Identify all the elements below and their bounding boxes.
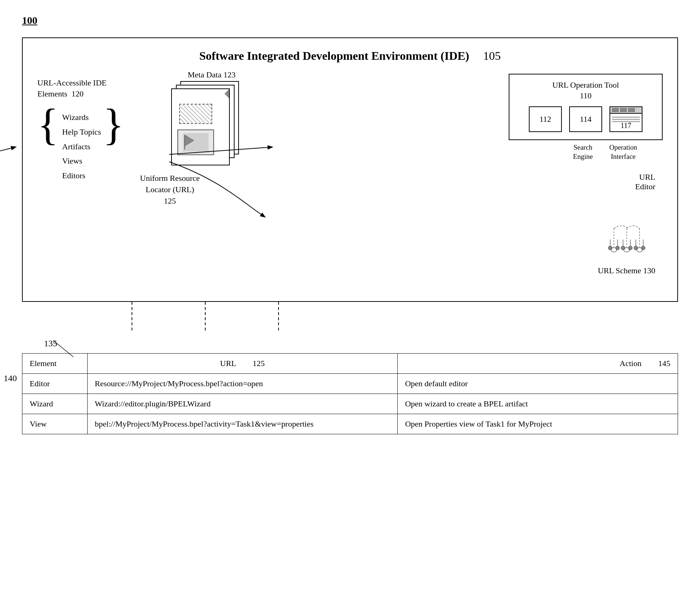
tool-boxes-row: 112 114 bbox=[517, 106, 655, 132]
tool-box-117: 117 bbox=[609, 106, 642, 132]
table-row: View bpel://MyProject/MyProcess.bpel?act… bbox=[22, 414, 678, 434]
ide-elements-label: URL-Accessible IDE Elements 120 bbox=[37, 77, 140, 99]
cell-element: View bbox=[22, 414, 88, 434]
url-scheme-svg bbox=[605, 225, 649, 262]
tool-label-operation: Operation Interface bbox=[607, 143, 640, 161]
brace-items: { Wizards Help Topics Artifacts Views Ed… bbox=[37, 106, 140, 183]
box-117-num: 117 bbox=[610, 121, 642, 130]
cell-element: Editor bbox=[22, 374, 88, 394]
ide-elements-section: URL-Accessible IDE Elements 120 { Wizard… bbox=[37, 74, 140, 286]
label-135: 135 bbox=[44, 339, 57, 348]
diagram-title-num: 105 bbox=[483, 49, 501, 62]
line bbox=[612, 117, 640, 118]
svg-point-7 bbox=[616, 246, 619, 250]
svg-point-8 bbox=[611, 248, 617, 252]
diagram-title: Software Integrated Development Environm… bbox=[37, 49, 663, 63]
cell-url: Resource://MyProject/MyProcess.bpel?acti… bbox=[87, 374, 398, 394]
diagram-container: Software Integrated Development Environm… bbox=[22, 37, 678, 302]
table-wrapper: 135 140 Element URL 125 bbox=[22, 353, 678, 434]
url-scheme-area: URL Scheme 130 bbox=[598, 225, 655, 275]
url-op-tool-title: URL Operation Tool 110 bbox=[517, 80, 655, 101]
lower-section: 135 140 Element URL 125 bbox=[22, 302, 678, 434]
list-item: Help Topics bbox=[62, 125, 101, 139]
list-item: Wizards bbox=[62, 110, 101, 125]
url-scheme-label: URL Scheme 130 bbox=[598, 266, 655, 275]
url-label: Uniform Resource Locator (URL) 125 bbox=[140, 173, 200, 207]
cell-action: Open wizard to create a BPEL artifact bbox=[398, 394, 678, 414]
center-section: Meta Data 123 bbox=[140, 74, 509, 286]
tool-box-top-bar bbox=[610, 107, 642, 114]
diagram-title-text: Software Integrated Development Environm… bbox=[199, 49, 469, 62]
table-row: Editor Resource://MyProject/MyProcess.bp… bbox=[22, 374, 678, 394]
right-brace: } bbox=[103, 103, 124, 147]
doc-image-box bbox=[177, 129, 214, 155]
label-140: 140 bbox=[4, 373, 17, 383]
doc-image-svg bbox=[183, 133, 209, 151]
tool-box-112: 112 bbox=[529, 106, 562, 132]
tool-label-search: Search Engine bbox=[567, 143, 600, 161]
left-brace: { bbox=[37, 103, 59, 147]
diagram-body: URL-Accessible IDE Elements 120 { Wizard… bbox=[37, 74, 663, 286]
list-item: Artifacts bbox=[62, 139, 101, 154]
header-action: Action 145 bbox=[398, 354, 678, 374]
svg-point-12 bbox=[621, 246, 625, 250]
cell-action: Open Properties view of Task1 for MyProj… bbox=[398, 414, 678, 434]
tab-rect bbox=[620, 108, 627, 112]
list-item: Editors bbox=[62, 168, 101, 183]
doc-dotted-rect bbox=[179, 104, 212, 124]
svg-point-6 bbox=[608, 246, 612, 250]
svg-point-14 bbox=[624, 248, 630, 252]
brace-list: Wizards Help Topics Artifacts Views Edit… bbox=[62, 106, 101, 183]
header-element: Element bbox=[22, 354, 88, 374]
header-url: URL 125 bbox=[87, 354, 398, 374]
cell-element: Wizard bbox=[22, 394, 88, 414]
page-number: 100 bbox=[22, 15, 37, 26]
data-table: Element URL 125 Action 145 bbox=[22, 353, 678, 434]
table-row: Wizard Wizard://editor.plugin/BPELWizard… bbox=[22, 394, 678, 414]
line bbox=[612, 119, 640, 120]
url-op-tool-box: URL Operation Tool 110 112 114 bbox=[509, 74, 663, 140]
svg-point-13 bbox=[629, 246, 632, 250]
cell-action: Open default editor bbox=[398, 374, 678, 394]
url-editor-label: URLEditor bbox=[509, 172, 655, 191]
list-item: Views bbox=[62, 154, 101, 168]
connecting-lines-svg bbox=[22, 302, 678, 346]
cell-url: bpel://MyProject/MyProcess.bpel?activity… bbox=[87, 414, 398, 434]
svg-point-19 bbox=[641, 246, 645, 250]
tool-box-114: 114 bbox=[569, 106, 602, 132]
tool-labels-row: Search Engine Operation Interface bbox=[509, 143, 663, 161]
tab-rect bbox=[612, 108, 619, 112]
right-section: URL Operation Tool 110 112 114 bbox=[509, 74, 663, 286]
svg-point-20 bbox=[637, 248, 642, 252]
meta-data-label: Meta Data 123 bbox=[188, 70, 236, 80]
tab-rect bbox=[628, 108, 635, 112]
doc-page-front bbox=[171, 88, 230, 165]
svg-point-18 bbox=[634, 246, 638, 250]
cell-url: Wizard://editor.plugin/BPELWizard bbox=[87, 394, 398, 414]
